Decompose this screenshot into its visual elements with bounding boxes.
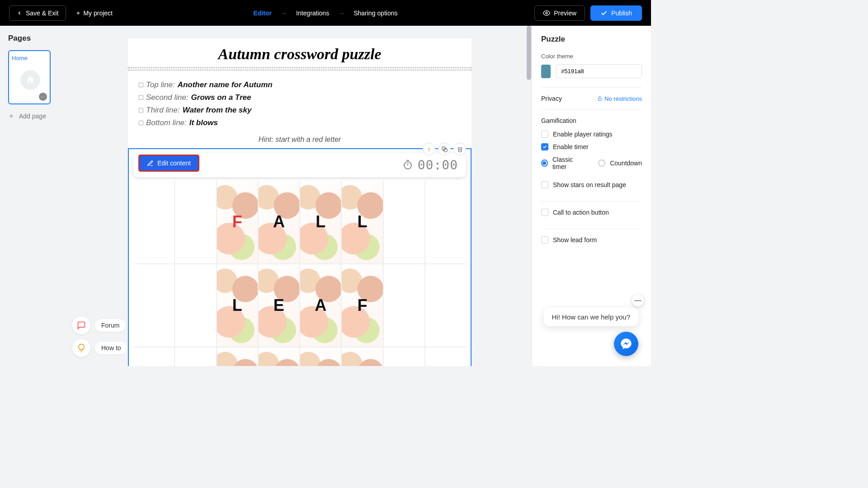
grid-cell[interactable] — [175, 264, 216, 347]
show-stars-toggle[interactable]: Show stars on result page — [541, 181, 642, 188]
nav-step-editor[interactable]: Editor — [254, 9, 272, 17]
move-up-icon[interactable]: ↑ — [423, 143, 435, 155]
color-swatch[interactable] — [541, 65, 551, 78]
edit-content-label: Edit content — [157, 160, 191, 167]
chevron-left-icon — [17, 10, 22, 16]
grid-cell[interactable] — [425, 181, 466, 263]
edit-content-button[interactable]: Edit content — [139, 155, 199, 171]
clue-prefix: Bottom line: — [146, 118, 187, 127]
countdown-radio[interactable]: Countdown — [598, 156, 642, 170]
checkbox-icon — [541, 236, 548, 244]
checkbox-checked-icon — [541, 143, 548, 150]
grid-cell[interactable] — [133, 347, 174, 366]
square-icon — [139, 83, 143, 87]
grid-cell[interactable]: L — [217, 264, 258, 347]
nav-step-sharing[interactable]: Sharing options — [354, 9, 397, 17]
arrow-right-icon: → — [338, 9, 344, 17]
save-exit-button[interactable]: Save & Exit — [9, 5, 66, 21]
square-icon — [139, 108, 143, 113]
chat-fab[interactable] — [614, 332, 638, 356]
project-name[interactable]: My project — [77, 9, 113, 17]
countdown-label: Countdown — [610, 160, 642, 167]
check-icon — [600, 9, 608, 17]
enable-timer-toggle[interactable]: Enable timer — [541, 143, 642, 150]
square-icon — [139, 95, 143, 100]
grid-cell[interactable]: I — [300, 347, 341, 366]
grid-cell[interactable] — [425, 347, 466, 366]
clue-prefix: Second line: — [146, 93, 189, 102]
scrollbar[interactable] — [526, 26, 532, 366]
add-page-button[interactable]: Add page — [8, 113, 60, 120]
show-stars-label: Show stars on result page — [553, 181, 626, 188]
delete-icon[interactable] — [453, 143, 466, 155]
unsaved-dot-icon — [77, 12, 80, 14]
grid-cell[interactable] — [425, 264, 466, 347]
plus-icon — [8, 113, 14, 119]
puzzle-title[interactable]: Autumn crossword puzzle — [128, 38, 472, 67]
add-page-label: Add page — [19, 113, 46, 120]
scrollbar-thumb[interactable] — [527, 26, 531, 80]
page-thumb-home[interactable]: Home ⋯ — [8, 50, 51, 104]
duplicate-icon[interactable] — [438, 143, 451, 155]
arrow-right-icon: → — [281, 9, 287, 17]
lead-form-toggle[interactable]: Show lead form — [541, 236, 642, 244]
clue-prefix: Third line: — [146, 106, 180, 115]
grid-cell[interactable]: L — [342, 181, 382, 263]
grid-cell[interactable]: R — [217, 347, 258, 366]
grid-cell[interactable]: F — [342, 264, 382, 347]
grid-cell[interactable] — [384, 181, 425, 263]
grid-cell[interactable]: A — [300, 264, 341, 347]
enable-ratings-label: Enable player ratings — [553, 131, 613, 138]
chat-bubble[interactable]: Hi! How can we help you? — [544, 308, 638, 326]
page-thumb-label: Home — [12, 55, 28, 61]
grid-cell[interactable]: E — [259, 264, 299, 347]
grid-cell[interactable] — [175, 347, 216, 366]
svg-point-0 — [546, 12, 547, 14]
radio-icon — [598, 160, 605, 167]
grid-cell[interactable]: L — [300, 181, 341, 263]
clue-text: It blows — [189, 118, 218, 127]
clue-row[interactable]: Top line: Another name for Autumn — [139, 80, 461, 89]
gamification-title: Gamification — [541, 117, 642, 124]
publish-label: Publish — [611, 9, 632, 17]
grid-cell[interactable] — [133, 181, 174, 263]
more-icon[interactable]: ⋯ — [39, 93, 47, 101]
topbar-actions: Preview Publish — [534, 5, 642, 21]
clue-row[interactable]: Second line: Grows on a Tree — [139, 93, 461, 102]
grid-cell[interactable]: F — [217, 181, 258, 263]
clue-row[interactable]: Bottom line: It blows — [139, 118, 461, 127]
chat-minimize-button[interactable]: — — [632, 295, 644, 306]
grid-cell[interactable] — [384, 347, 425, 366]
nav-step-integrations[interactable]: Integrations — [296, 9, 329, 17]
grid-cell[interactable] — [384, 264, 425, 347]
page-paper[interactable]: Autumn crossword puzzle Top line: Anothe… — [128, 38, 472, 366]
eye-icon — [543, 9, 550, 17]
clue-row[interactable]: Third line: Water from the sky — [139, 106, 461, 115]
editor-canvas[interactable]: Autumn crossword puzzle Top line: Anothe… — [68, 26, 532, 366]
grid-cell[interactable]: A — [259, 347, 299, 366]
privacy-link[interactable]: No restrictions — [597, 95, 642, 102]
grid-cell[interactable] — [175, 181, 216, 263]
cta-toggle[interactable]: Call to action button — [541, 209, 642, 216]
enable-ratings-toggle[interactable]: Enable player ratings — [541, 131, 642, 138]
home-icon — [20, 70, 40, 90]
grid-cell[interactable]: A — [259, 181, 299, 263]
color-input[interactable] — [556, 64, 642, 78]
hint-text[interactable]: Hint: start with a red letter — [128, 134, 472, 148]
radio-checked-icon — [541, 160, 548, 167]
preview-button[interactable]: Preview — [534, 5, 585, 21]
lead-form-label: Show lead form — [553, 236, 597, 244]
clue-text: Another name for Autumn — [178, 80, 273, 89]
puzzle-block[interactable]: ↑ Edit content Mo oves: 0 — [128, 148, 472, 366]
svg-rect-3 — [598, 99, 601, 101]
puzzle-grid[interactable]: FALLLEAFRAINWIND — [133, 181, 466, 366]
clues-block[interactable]: Top line: Another name for AutumnSecond … — [128, 70, 472, 134]
grid-cell[interactable] — [133, 264, 174, 347]
clue-text: Water from the sky — [183, 106, 252, 115]
grid-cell[interactable]: N — [342, 347, 382, 366]
classic-timer-radio[interactable]: Classic timer — [541, 156, 585, 170]
divider — [128, 67, 472, 68]
color-theme-label: Color theme — [541, 53, 642, 60]
publish-button[interactable]: Publish — [590, 5, 642, 21]
enable-timer-label: Enable timer — [553, 143, 589, 150]
